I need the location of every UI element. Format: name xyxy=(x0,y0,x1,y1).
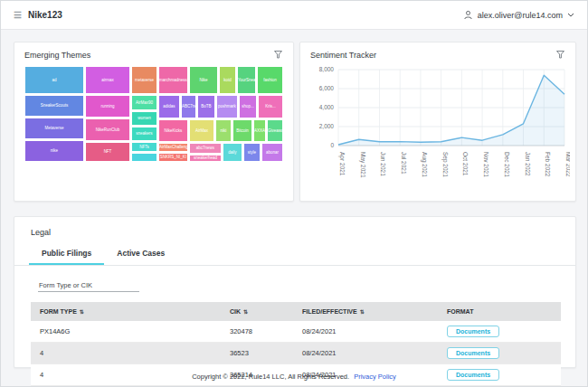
x-axis-label: Dec 2021 xyxy=(504,152,510,177)
documents-button[interactable]: Documents xyxy=(447,347,499,359)
treemap-cell[interactable]: AXXAS xyxy=(253,119,266,142)
brand: ☰ Nike123 xyxy=(14,10,62,20)
treemap-cell[interactable]: AirMax xyxy=(189,119,214,142)
treemap-cell[interactable]: Bitcoin xyxy=(232,119,252,142)
treemap-cell[interactable]: adidas xyxy=(158,95,180,118)
sort-icon[interactable]: ⇅ xyxy=(360,309,365,315)
treemap-cell[interactable]: NikeKicks xyxy=(158,119,188,142)
treemap-cell[interactable]: style xyxy=(243,143,261,162)
page: { "topbar": { "brand": "Nike123", "user_… xyxy=(0,0,588,387)
treemap-cell[interactable]: marchmadness xyxy=(158,66,188,94)
sort-icon[interactable]: ⇅ xyxy=(80,309,84,315)
treemap-cell[interactable]: airmax xyxy=(85,66,130,94)
treemap-cell[interactable]: abonar xyxy=(261,143,283,162)
x-axis-label: Nov 2021 xyxy=(483,152,489,177)
filter-field xyxy=(38,275,575,292)
form-type-cell: PX14A6G xyxy=(31,321,221,343)
treemap-cell[interactable]: NFTs xyxy=(131,142,157,152)
tabs: Public Filings Active Cases xyxy=(14,245,575,266)
column-header-filed-effective[interactable]: FILED/EFFECTIVE⇅ xyxy=(293,302,438,321)
column-label: FORMAT xyxy=(447,308,473,315)
x-axis-label: Mar 2022 xyxy=(565,152,570,177)
x-axis-label: Aug 2021 xyxy=(421,152,428,177)
x-axis-label: Oct 2021 xyxy=(462,152,469,176)
card-title: Sentiment Tracker xyxy=(310,51,376,60)
treemap-cell[interactable]: AirMax90 xyxy=(131,95,157,110)
form-type-cik-input[interactable] xyxy=(38,279,139,292)
copyright-text: Copyright © 2022, Rule14 LLC, All Rights… xyxy=(192,373,349,381)
treemap-cell[interactable]: YourSneaks xyxy=(237,66,256,94)
documents-button[interactable]: Documents xyxy=(447,326,499,337)
tab-public-filings[interactable]: Public Filings xyxy=(29,245,104,265)
treemap-cell[interactable]: SNKRS_NI_KI xyxy=(158,153,188,162)
tab-active-cases[interactable]: Active Cases xyxy=(104,245,177,265)
cik-cell: 320478 xyxy=(221,321,293,343)
treemap-cell[interactable]: Metaverse xyxy=(24,118,84,139)
x-axis-label: Apr 2021 xyxy=(338,152,346,176)
treemap-cell[interactable]: running xyxy=(85,95,130,118)
y-axis-label: 6,000 xyxy=(319,85,335,91)
filed-cell: 08/24/2021 xyxy=(293,321,438,343)
treemap-cell[interactable]: daily xyxy=(223,143,242,162)
x-axis-label: Jan 2022 xyxy=(525,152,531,176)
treemap-cell[interactable]: women xyxy=(131,111,157,126)
privacy-policy-link[interactable]: Privacy Policy xyxy=(354,373,396,381)
treemap-cell[interactable]: kotd xyxy=(219,66,236,94)
table-row: PX14A6G32047808/24/2021Documents xyxy=(31,321,561,343)
user-icon xyxy=(463,10,473,20)
brand-label: Nike123 xyxy=(28,10,62,20)
treemap-cell[interactable]: SneakerScouts xyxy=(24,95,84,117)
treemap-cell[interactable]: poshmark xyxy=(216,95,238,118)
sort-icon[interactable]: ⇅ xyxy=(243,309,248,315)
y-axis-label: 8,000 xyxy=(319,66,335,72)
table-row: 43652308/24/2021Documents xyxy=(31,343,561,364)
y-axis-label: 2,000 xyxy=(319,123,335,129)
x-axis-label: Sep 2021 xyxy=(441,152,449,177)
y-axis-label: 4,000 xyxy=(319,104,335,110)
treemap-cell[interactable]: sneakers xyxy=(131,127,157,141)
menu-icon[interactable]: ☰ xyxy=(14,10,22,20)
treemap: adSneakerScoutsMetaversenikeairmaxrunnin… xyxy=(24,66,283,162)
user-email: alex.oliver@rule14.com xyxy=(478,11,563,20)
column-header-form-type[interactable]: FORM TYPE⇅ xyxy=(31,302,221,321)
treemap-cell[interactable]: Nike xyxy=(189,66,218,94)
treemap-cell[interactable] xyxy=(131,153,157,162)
format-cell: Documents xyxy=(438,343,561,364)
treemap-cell[interactable]: abc7news xyxy=(189,143,222,154)
column-label: FORM TYPE xyxy=(40,308,77,315)
filter-icon[interactable] xyxy=(273,50,283,60)
card-sentiment-tracker: Sentiment Tracker 02,0004,0006,0008,000A… xyxy=(299,42,576,202)
treemap-cell[interactable]: sneakerhead xyxy=(189,155,222,162)
treemap-cell[interactable]: metaverse xyxy=(131,66,157,94)
card-header: Sentiment Tracker xyxy=(300,42,575,64)
treemap-cell[interactable]: NikeRunClub xyxy=(85,118,130,141)
cik-cell: 36523 xyxy=(221,343,293,364)
card-title: Emerging Themes xyxy=(24,51,90,60)
treemap-cell[interactable]: ABC7news xyxy=(181,95,196,118)
x-axis-label: May 2021 xyxy=(359,152,366,178)
format-cell: Documents xyxy=(438,321,561,343)
sentiment-chart: 02,0004,0006,0008,000Apr 2021May 2021Jun… xyxy=(306,64,570,200)
treemap-cell[interactable]: niki xyxy=(215,119,232,142)
treemap-cell[interactable]: BoTB xyxy=(197,95,215,118)
treemap-cell[interactable]: ad xyxy=(24,66,84,94)
x-axis-label: Feb 2022 xyxy=(545,152,551,177)
y-axis-label: 0 xyxy=(330,142,334,148)
topbar: ☰ Nike123 alex.oliver@rule14.com xyxy=(1,1,587,30)
treemap-cell[interactable]: Kris... xyxy=(258,95,283,118)
footer: Copyright © 2022, Rule14 LLC, All Rights… xyxy=(1,373,587,381)
treemap-cell[interactable]: nike xyxy=(24,140,84,162)
filter-icon[interactable] xyxy=(555,50,565,60)
user-menu[interactable]: alex.oliver@rule14.com xyxy=(463,10,574,20)
card-legal: Legal Public Filings Active Cases FORM T… xyxy=(14,216,576,368)
form-type-cell: 4 xyxy=(31,343,221,364)
column-label: CIK xyxy=(230,308,241,315)
table-header-row: FORM TYPE⇅ CIK⇅ FILED/EFFECTIVE⇅ FORMAT xyxy=(31,302,561,321)
treemap-cell[interactable]: NFT xyxy=(85,142,130,162)
column-header-cik[interactable]: CIK⇅ xyxy=(221,302,293,321)
treemap-cell[interactable]: fashion xyxy=(257,66,283,94)
treemap-cell[interactable]: Giveaway xyxy=(267,119,283,142)
treemap-cell[interactable]: AirMaxChallenge xyxy=(158,143,188,152)
treemap-cell[interactable]: shop... xyxy=(239,95,257,118)
filed-cell: 08/24/2021 xyxy=(293,343,438,364)
